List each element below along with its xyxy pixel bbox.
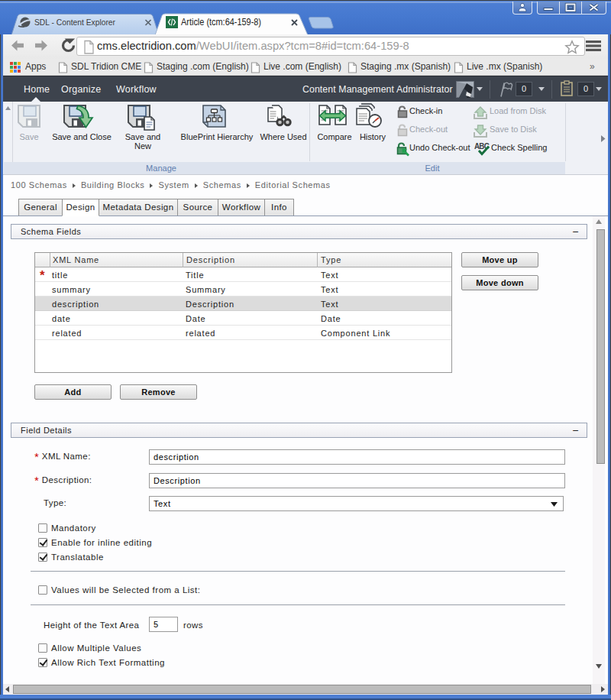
svg-text:SDL - Content Explorer: SDL - Content Explorer [34,18,115,27]
svg-text:Article (tcm:64-159-8): Article (tcm:64-159-8) [181,17,261,28]
